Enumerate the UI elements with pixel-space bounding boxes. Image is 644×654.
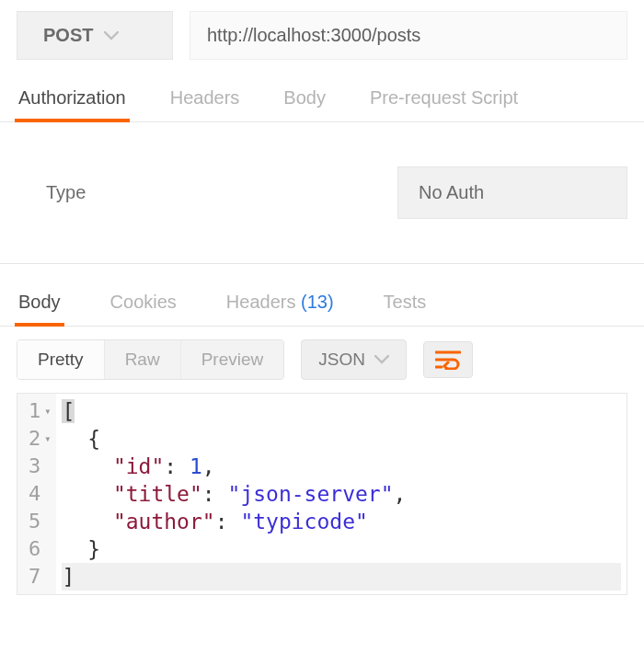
wrap-lines-button[interactable] [423, 341, 473, 378]
chevron-down-icon [374, 355, 389, 364]
tab-prerequest[interactable]: Pre-request Script [368, 76, 520, 121]
tab-headers[interactable]: Headers [168, 76, 242, 121]
http-method-label: POST [43, 25, 93, 46]
response-tab-headers[interactable]: Headers (13) [224, 281, 336, 326]
line-number-gutter: 1▾ 2▾ 3▾ 4▾ 5▾ 6▾ 7▾ [17, 394, 56, 594]
body-format-label: JSON [318, 350, 365, 370]
view-mode-pretty[interactable]: Pretty [17, 340, 104, 379]
view-mode-preview[interactable]: Preview [180, 340, 284, 379]
view-mode-group: Pretty Raw Preview [17, 339, 284, 380]
response-headers-count: (13) [301, 292, 334, 312]
response-tab-cookies[interactable]: Cookies [109, 281, 178, 326]
response-body-editor[interactable]: 1▾ 2▾ 3▾ 4▾ 5▾ 6▾ 7▾ [ { "id": 1, "title… [0, 393, 644, 595]
response-tabs: Body Cookies Headers (13) Tests [0, 264, 644, 327]
code-content[interactable]: [ { "id": 1, "title": "json-server", "au… [56, 394, 627, 594]
wrap-icon [435, 350, 461, 370]
auth-type-select[interactable]: No Auth [397, 166, 627, 219]
response-tab-body[interactable]: Body [17, 281, 63, 326]
http-method-select[interactable]: POST [17, 11, 173, 60]
body-toolbar: Pretty Raw Preview JSON [0, 327, 644, 393]
request-tabs: Authorization Headers Body Pre-request S… [0, 76, 644, 122]
body-format-select[interactable]: JSON [301, 339, 407, 380]
tab-body[interactable]: Body [282, 76, 328, 121]
url-input[interactable] [190, 11, 627, 60]
response-tab-tests[interactable]: Tests [382, 281, 429, 326]
view-mode-raw[interactable]: Raw [104, 340, 180, 379]
tab-authorization[interactable]: Authorization [17, 76, 128, 121]
auth-panel: Type No Auth [0, 122, 644, 264]
auth-type-label: Type [46, 182, 397, 203]
chevron-down-icon [104, 31, 119, 40]
auth-type-value: No Auth [419, 182, 484, 202]
response-tab-headers-label: Headers [226, 292, 296, 312]
